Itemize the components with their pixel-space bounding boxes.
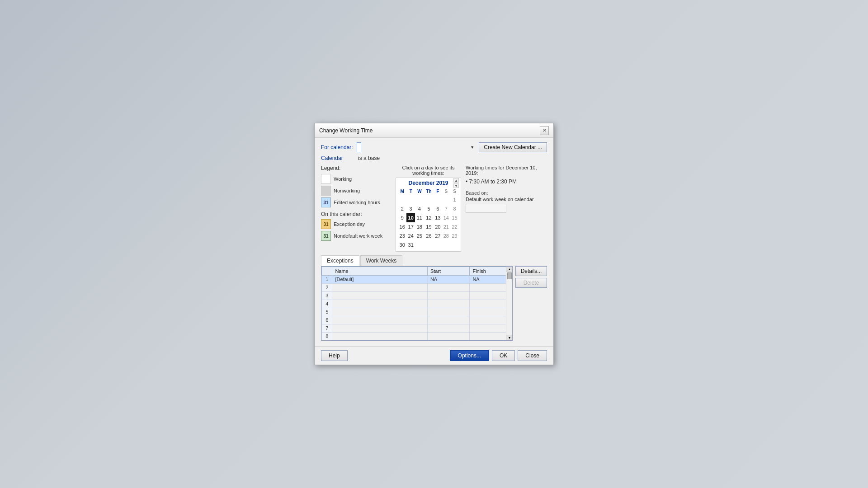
calendar-day[interactable]: 1 xyxy=(450,195,459,204)
table-row[interactable]: 8 xyxy=(322,332,512,340)
calendar-day[interactable] xyxy=(442,195,451,204)
calendar-day[interactable]: 25 xyxy=(415,231,424,240)
row-name[interactable] xyxy=(332,316,428,324)
calendar-day[interactable]: 3 xyxy=(406,204,415,213)
row-start[interactable] xyxy=(427,316,470,324)
calendar-day[interactable]: 28 xyxy=(442,231,451,240)
legend-item-edited: 31 Edited working hours xyxy=(321,197,391,207)
calendar-day[interactable] xyxy=(415,240,424,249)
delete-button[interactable]: Delete xyxy=(515,278,547,288)
row-name[interactable] xyxy=(332,300,428,308)
day-header-f: F xyxy=(434,188,442,195)
calendar-day[interactable]: 27 xyxy=(434,231,442,240)
calendar-day[interactable]: 24 xyxy=(406,231,415,240)
calendar-day[interactable] xyxy=(424,240,434,249)
calendar-day[interactable]: 12 xyxy=(424,213,434,222)
legend-section: Legend: Working Nonworking 31 Edited wor… xyxy=(321,165,391,252)
working-time-value: 7:30 AM to 2:30 PM xyxy=(469,178,517,185)
calendar-day[interactable]: 29 xyxy=(450,231,459,240)
work-table-wrapper: Name Start Finish 1[Default]NANA2345678 … xyxy=(321,266,513,341)
calendar-day[interactable] xyxy=(434,240,442,249)
ok-button[interactable]: OK xyxy=(492,350,515,361)
help-button[interactable]: Help xyxy=(321,350,348,361)
calendar-day[interactable] xyxy=(450,240,459,249)
legend-title: Legend: xyxy=(321,165,391,171)
scrollbar-down-button[interactable]: ▼ xyxy=(506,335,513,340)
create-new-calendar-button[interactable]: Create New Calendar ... xyxy=(479,142,547,152)
calendar-day[interactable] xyxy=(415,195,424,204)
dialog-footer: Help Options... OK Close xyxy=(315,346,553,365)
row-start[interactable] xyxy=(427,308,470,316)
calendar-day[interactable] xyxy=(442,240,451,249)
working-times-title: Working times for December 10, 2019: xyxy=(466,165,547,176)
row-name[interactable] xyxy=(332,308,428,316)
calendar-day[interactable] xyxy=(424,195,434,204)
table-row[interactable]: 3 xyxy=(322,291,512,300)
calendar-nav: ▲ ▼ xyxy=(453,178,459,188)
row-name[interactable] xyxy=(332,283,428,291)
calendar-day[interactable]: 19 xyxy=(424,222,434,231)
table-row[interactable]: 6 xyxy=(322,316,512,324)
close-button[interactable]: ✕ xyxy=(540,126,549,135)
calendar-day[interactable]: 7 xyxy=(442,204,451,213)
row-start[interactable] xyxy=(427,283,470,291)
row-start[interactable] xyxy=(427,332,470,340)
calendar-day[interactable]: 10 xyxy=(406,213,415,222)
calendar-day[interactable]: 17 xyxy=(406,222,415,231)
table-row[interactable]: 5 xyxy=(322,308,512,316)
row-start[interactable] xyxy=(427,300,470,308)
tab-exceptions[interactable]: Exceptions xyxy=(321,255,359,266)
calendar-day[interactable]: 6 xyxy=(434,204,442,213)
table-row[interactable]: 4 xyxy=(322,300,512,308)
row-number: 1 xyxy=(322,275,332,283)
calendar-day[interactable]: 30 xyxy=(398,240,406,249)
is-base-text: is a base xyxy=(358,155,380,161)
table-scrollbar[interactable]: ▲ ▼ xyxy=(506,267,512,340)
calendar-day[interactable]: 14 xyxy=(442,213,451,222)
row-start[interactable] xyxy=(427,324,470,332)
calendar-day[interactable]: 16 xyxy=(398,222,406,231)
calendar-day[interactable]: 5 xyxy=(424,204,434,213)
table-row[interactable]: 1[Default]NANA xyxy=(322,275,512,283)
calendar-day[interactable]: 9 xyxy=(398,213,406,222)
scrollbar-thumb[interactable] xyxy=(507,272,512,279)
calendar-day[interactable] xyxy=(398,195,406,204)
calendar-day[interactable]: 26 xyxy=(424,231,434,240)
table-row[interactable]: 2 xyxy=(322,283,512,291)
tab-work-weeks[interactable]: Work Weeks xyxy=(360,255,403,266)
row-start[interactable]: NA xyxy=(427,275,470,283)
row-name[interactable] xyxy=(332,291,428,300)
options-button[interactable]: Options... xyxy=(450,350,489,361)
row-start[interactable] xyxy=(427,291,470,300)
calendar-day[interactable]: 2 xyxy=(398,204,406,213)
calendar-day[interactable]: 23 xyxy=(398,231,406,240)
close-dialog-button[interactable]: Close xyxy=(518,350,547,361)
row-name[interactable]: [Default] xyxy=(332,275,428,283)
details-button[interactable]: Details... xyxy=(515,266,547,276)
calendar-day[interactable] xyxy=(434,195,442,204)
row-name[interactable] xyxy=(332,332,428,340)
row-number: 5 xyxy=(322,308,332,316)
calendar-day[interactable]: 31 xyxy=(406,240,415,249)
row-number: 8 xyxy=(322,332,332,340)
row-number: 4 xyxy=(322,300,332,308)
calendar-day[interactable]: 4 xyxy=(415,204,424,213)
scrollbar-up-button[interactable]: ▲ xyxy=(506,267,513,272)
calendar-day[interactable]: 15 xyxy=(450,213,459,222)
calendar-section: Click on a day to see its working times:… xyxy=(396,165,461,252)
calendar-day[interactable]: 20 xyxy=(434,222,442,231)
calendar-prev-button[interactable]: ▲ xyxy=(453,178,459,183)
calendar-day[interactable]: 22 xyxy=(450,222,459,231)
row-name[interactable] xyxy=(332,324,428,332)
calendar-day[interactable]: 13 xyxy=(434,213,442,222)
calendar-day[interactable]: 11 xyxy=(415,213,424,222)
calendar-day[interactable] xyxy=(406,195,415,204)
calendar-next-button[interactable]: ▼ xyxy=(453,183,459,188)
table-row[interactable]: 7 xyxy=(322,324,512,332)
calendar-day[interactable]: 18 xyxy=(415,222,424,231)
work-table: Name Start Finish 1[Default]NANA2345678 xyxy=(321,267,512,341)
calendar-day[interactable]: 8 xyxy=(450,204,459,213)
calendar-day[interactable]: 21 xyxy=(442,222,451,231)
calendar-select[interactable] xyxy=(357,142,361,152)
nonworking-box xyxy=(321,186,331,196)
